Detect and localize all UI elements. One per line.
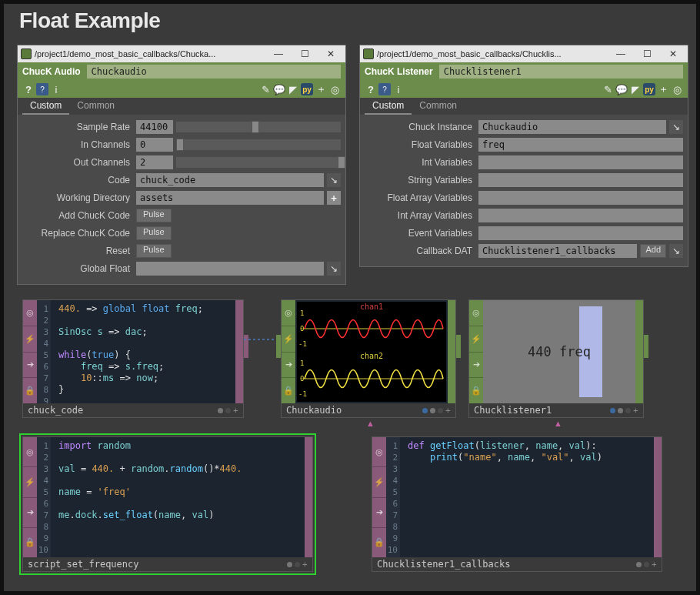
global-float-expand-icon[interactable]: ↘	[327, 262, 341, 276]
node-chucklistener1-callbacks[interactable]: ◎ ⚡ ➔ 🔒 1 2 3 4 5 6 7 8 9 10 def getFloa…	[372, 436, 662, 572]
lock-icon[interactable]: 🔒	[282, 378, 295, 403]
intvars-input[interactable]	[478, 155, 683, 169]
help-icon[interactable]: ?	[22, 83, 35, 95]
lock-icon[interactable]: 🔒	[23, 528, 37, 557]
comment-icon[interactable]: 💬	[273, 83, 285, 95]
node-chucklistener1[interactable]: ◎ ⚡ ➔ 🔒 440 freq Chucklistener1 + ▲	[468, 299, 644, 418]
edit-icon[interactable]: ✎	[259, 83, 272, 95]
out-channels-input[interactable]: 2	[136, 155, 173, 169]
python-icon[interactable]: py	[301, 83, 313, 95]
bolt-icon[interactable]: ⚡	[23, 467, 37, 497]
out-channels-slider[interactable]	[176, 157, 341, 168]
python-icon[interactable]: py	[643, 83, 655, 95]
chevron-up-icon[interactable]: ▲	[554, 419, 562, 428]
info-icon[interactable]: i	[392, 83, 405, 95]
node-left-handles[interactable]: ◎ ⚡ ➔ 🔒	[372, 437, 386, 557]
code-viewer[interactable]: 1 2 3 4 5 6 7 8 9 440. => global float f…	[37, 300, 235, 403]
chuck-audio-window[interactable]: /project1/demo_most_basic_callbacks/Chuc…	[17, 45, 346, 285]
arrow-icon[interactable]: ➔	[23, 353, 37, 379]
instance-input[interactable]: Chuckaudio	[478, 120, 666, 134]
callback-add-button[interactable]: Add	[640, 244, 666, 258]
node-title[interactable]: script_set_frequency +	[23, 557, 312, 571]
node-right-handles[interactable]	[654, 437, 662, 557]
minimize-button[interactable]: —	[267, 47, 290, 61]
intarr-input[interactable]	[478, 209, 683, 222]
in-channels-slider[interactable]	[176, 139, 341, 150]
arrow-icon[interactable]: ➔	[469, 353, 483, 379]
node-script-set-frequency[interactable]: ◎ ⚡ ➔ 🔒 1 2 3 4 5 6 7 8 9 10 import rand…	[22, 436, 313, 572]
code-input[interactable]: chuck_code	[136, 173, 324, 187]
bolt-icon[interactable]: ⚡	[469, 326, 483, 353]
add-icon[interactable]: ＋	[315, 83, 327, 95]
bolt-icon[interactable]: ⚡	[282, 326, 295, 353]
node-right-handles[interactable]	[635, 300, 643, 403]
chevron-up-icon[interactable]: ▲	[366, 419, 375, 428]
component-name-input[interactable]: Chuckaudio	[87, 65, 341, 79]
close-button[interactable]: ✕	[319, 47, 342, 61]
node-right-handles[interactable]	[235, 300, 243, 403]
minimize-button[interactable]: —	[609, 47, 632, 61]
tab-common[interactable]: Common	[69, 98, 122, 115]
node-chuckaudio[interactable]: ◎ ⚡ ➔ 🔒 chan1 1 0 -1 chan2 1 0 -1	[281, 299, 456, 418]
arrow-icon[interactable]: ➔	[282, 353, 295, 379]
tab-custom[interactable]: Custom	[22, 98, 69, 115]
comment-icon[interactable]: 💬	[615, 83, 628, 95]
instance-expand-icon[interactable]: ↘	[669, 120, 683, 134]
callback-input[interactable]: Chucklistener1_callbacks	[478, 244, 637, 258]
node-title[interactable]: Chucklistener1_callbacks +	[372, 557, 662, 571]
maximize-button[interactable]: ☐	[635, 47, 658, 61]
component-name-input[interactable]: Chucklistener1	[439, 65, 683, 79]
bolt-icon[interactable]: ⚡	[372, 467, 386, 497]
sample-rate-input[interactable]: 44100	[136, 120, 173, 134]
sample-rate-slider[interactable]	[176, 122, 341, 132]
tag-icon[interactable]: ◤	[287, 83, 299, 95]
reset-pulse-button[interactable]: Pulse	[136, 244, 172, 258]
node-left-handles[interactable]: ◎ ⚡ ➔ 🔒	[282, 300, 295, 403]
help-icon[interactable]: ?	[365, 83, 377, 95]
target-icon[interactable]: ◎	[23, 437, 37, 467]
titlebar[interactable]: /project1/demo_most_basic_callbacks/Chuc…	[360, 45, 688, 62]
in-channels-input[interactable]: 0	[136, 138, 173, 152]
node-left-handles[interactable]: ◎ ⚡ ➔ 🔒	[23, 300, 37, 403]
target-icon[interactable]: ◎	[671, 83, 683, 95]
workdir-input[interactable]: assets	[136, 191, 324, 205]
code-viewer[interactable]: 1 2 3 4 5 6 7 8 9 10 def getFloat(listen…	[386, 437, 654, 557]
code-expand-icon[interactable]: ↘	[327, 173, 341, 187]
titlebar[interactable]: /project1/demo_most_basic_callbacks/Chuc…	[18, 45, 345, 62]
callback-expand-icon[interactable]: ↘	[669, 244, 683, 258]
lock-icon[interactable]: 🔒	[23, 378, 37, 403]
node-title[interactable]: Chucklistener1 +	[469, 403, 643, 417]
global-float-input[interactable]	[136, 262, 324, 276]
maximize-button[interactable]: ☐	[293, 47, 316, 61]
code-viewer[interactable]: 1 2 3 4 5 6 7 8 9 10 import random val =…	[37, 437, 305, 557]
help2-icon[interactable]: ?	[378, 83, 391, 95]
workdir-add-icon[interactable]: ＋	[327, 191, 341, 205]
node-right-handles[interactable]	[305, 437, 312, 557]
tab-common[interactable]: Common	[412, 98, 465, 115]
stringvars-input[interactable]	[478, 173, 683, 187]
target-icon[interactable]: ◎	[282, 300, 295, 326]
lock-icon[interactable]: 🔒	[469, 378, 483, 403]
close-button[interactable]: ✕	[662, 47, 685, 61]
tab-custom[interactable]: Custom	[365, 98, 412, 115]
node-left-handles[interactable]: ◎ ⚡ ➔ 🔒	[23, 437, 37, 557]
target-icon[interactable]: ◎	[328, 83, 341, 95]
add-icon[interactable]: ＋	[657, 83, 669, 95]
arrow-icon[interactable]: ➔	[372, 498, 386, 528]
lock-icon[interactable]: 🔒	[372, 528, 386, 557]
floatarr-input[interactable]	[478, 191, 683, 205]
output-connector[interactable]	[244, 335, 248, 358]
node-left-handles[interactable]: ◎ ⚡ ➔ 🔒	[469, 300, 483, 403]
chuck-listener-window[interactable]: /project1/demo_most_basic_callbacks/Chuc…	[359, 45, 688, 267]
target-icon[interactable]: ◎	[372, 437, 386, 467]
output-connector[interactable]	[456, 335, 461, 358]
input-connector[interactable]	[276, 335, 281, 358]
target-icon[interactable]: ◎	[23, 300, 37, 326]
output-connector[interactable]	[644, 335, 648, 358]
replace-chuck-code-pulse-button[interactable]: Pulse	[136, 226, 172, 240]
edit-icon[interactable]: ✎	[602, 83, 614, 95]
add-chuck-code-pulse-button[interactable]: Pulse	[136, 209, 172, 222]
info-icon[interactable]: i	[50, 83, 62, 95]
bolt-icon[interactable]: ⚡	[23, 326, 37, 353]
help2-icon[interactable]: ?	[36, 83, 48, 95]
